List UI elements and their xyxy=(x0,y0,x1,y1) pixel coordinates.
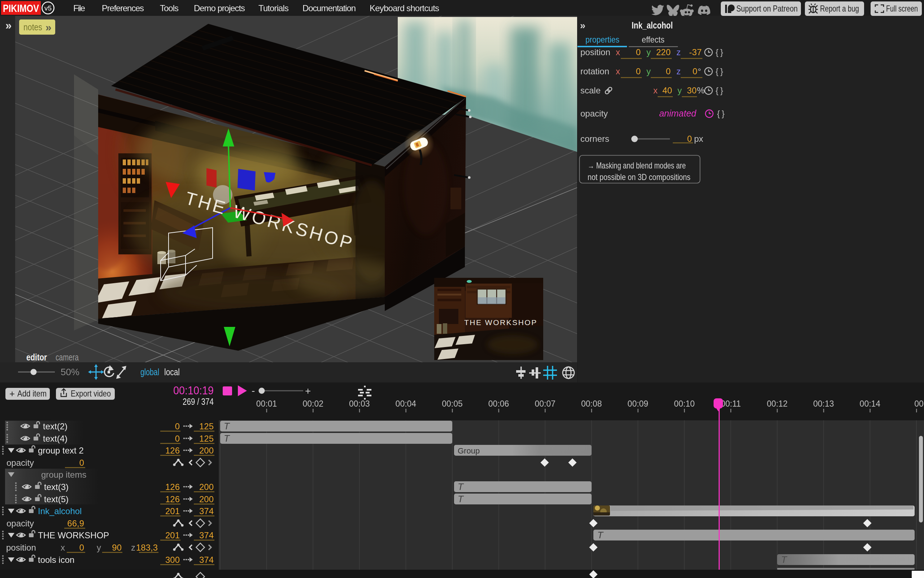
svg-text:00: 00 xyxy=(914,399,924,408)
svg-text:rotation: rotation xyxy=(581,67,609,76)
svg-text:y: y xyxy=(646,47,651,57)
svg-text:properties: properties xyxy=(586,35,619,44)
svg-text:+: + xyxy=(305,385,311,396)
svg-text:T: T xyxy=(781,554,787,565)
svg-text:°: ° xyxy=(698,67,701,76)
svg-text:00:10: 00:10 xyxy=(674,399,695,408)
svg-text:text(3): text(3) xyxy=(44,482,68,492)
svg-text:T: T xyxy=(224,433,230,444)
svg-text:00:02: 00:02 xyxy=(303,399,324,408)
svg-text:00:12: 00:12 xyxy=(767,399,787,408)
svg-text:50%: 50% xyxy=(61,367,80,377)
svg-text:-37: -37 xyxy=(689,47,702,57)
svg-text:tools icon: tools icon xyxy=(38,555,74,565)
svg-text:scale: scale xyxy=(581,86,600,95)
svg-text:z: z xyxy=(131,543,135,552)
svg-text:90: 90 xyxy=(112,543,122,552)
svg-text:00:13: 00:13 xyxy=(813,399,834,408)
svg-text:notes: notes xyxy=(23,22,42,32)
svg-text:text(2): text(2) xyxy=(43,421,67,431)
svg-text:»: » xyxy=(46,21,52,33)
svg-text:0: 0 xyxy=(80,543,84,552)
svg-text:{ }: { } xyxy=(717,109,725,119)
svg-text:Report a bug: Report a bug xyxy=(820,3,859,13)
svg-text:»: » xyxy=(5,19,11,32)
svg-text:201: 201 xyxy=(165,506,180,516)
svg-text:global: global xyxy=(140,367,159,377)
svg-text:200: 200 xyxy=(199,482,214,492)
svg-text:Add item: Add item xyxy=(17,388,47,398)
svg-text:Ink_alcohol: Ink_alcohol xyxy=(38,506,81,516)
svg-text:00:14: 00:14 xyxy=(860,399,881,408)
svg-text:00:06: 00:06 xyxy=(488,399,509,408)
svg-text:corners: corners xyxy=(581,134,609,144)
svg-text:00:11: 00:11 xyxy=(721,399,741,408)
svg-text:0: 0 xyxy=(666,67,670,76)
svg-text:T: T xyxy=(597,530,604,541)
svg-text:position: position xyxy=(6,543,36,552)
svg-text:x: x xyxy=(653,86,658,95)
svg-text:Tools: Tools xyxy=(160,3,179,13)
svg-text:374: 374 xyxy=(199,506,214,516)
svg-text:T: T xyxy=(224,421,230,432)
svg-text:{ }: { } xyxy=(716,67,723,76)
svg-text:-: - xyxy=(252,385,255,396)
svg-text:group text 2: group text 2 xyxy=(38,446,84,455)
svg-text:x: x xyxy=(616,67,620,76)
svg-text:0: 0 xyxy=(175,434,180,443)
svg-text:0: 0 xyxy=(175,421,180,431)
svg-text:Preferences: Preferences xyxy=(102,3,144,13)
svg-text:Full screen: Full screen xyxy=(886,3,918,13)
svg-text:00:05: 00:05 xyxy=(442,399,463,408)
svg-text:125: 125 xyxy=(199,434,214,443)
svg-text:220: 220 xyxy=(656,47,670,57)
svg-text:Documentation: Documentation xyxy=(303,3,356,13)
svg-text:group items: group items xyxy=(41,470,86,479)
svg-text:effects: effects xyxy=(642,35,664,44)
svg-text:camera: camera xyxy=(55,352,79,362)
svg-text:text(5): text(5) xyxy=(44,494,68,504)
svg-text:Demo projects: Demo projects xyxy=(194,3,245,13)
svg-text:300: 300 xyxy=(165,555,180,565)
svg-text:00:07: 00:07 xyxy=(535,399,555,408)
svg-text:0: 0 xyxy=(636,67,641,76)
svg-text:editor: editor xyxy=(26,352,47,362)
svg-text:T: T xyxy=(458,481,464,492)
svg-text:Keyboard shortcuts: Keyboard shortcuts xyxy=(369,3,439,13)
svg-text:Ink_alcohol: Ink_alcohol xyxy=(632,20,673,30)
svg-text:»: » xyxy=(580,20,586,31)
svg-text:not possible on 3D composition: not possible on 3D compositions xyxy=(587,172,690,182)
svg-text:y: y xyxy=(646,67,651,76)
svg-text:Support on Patreon: Support on Patreon xyxy=(736,3,798,13)
svg-text:z: z xyxy=(677,67,681,76)
svg-text:183,3: 183,3 xyxy=(136,543,158,552)
svg-text:z: z xyxy=(677,47,681,57)
svg-text:text(4): text(4) xyxy=(43,434,67,443)
svg-text:00:01: 00:01 xyxy=(256,399,277,408)
svg-text:269 / 374: 269 / 374 xyxy=(183,396,214,407)
svg-text:%: % xyxy=(697,86,704,95)
svg-text:+: + xyxy=(10,388,15,399)
svg-text:00:08: 00:08 xyxy=(581,399,602,408)
svg-text:local: local xyxy=(164,367,180,377)
svg-text:y: y xyxy=(677,86,682,95)
svg-text:201: 201 xyxy=(165,530,180,540)
svg-text:position: position xyxy=(581,47,610,57)
svg-text:00:10:19: 00:10:19 xyxy=(173,384,214,397)
svg-text:126: 126 xyxy=(165,494,180,504)
svg-text:200: 200 xyxy=(199,494,214,504)
svg-text:{ }: { } xyxy=(716,47,723,57)
svg-text:v5: v5 xyxy=(44,4,52,12)
svg-text:00:09: 00:09 xyxy=(628,399,649,408)
svg-text:T: T xyxy=(458,494,464,504)
svg-text:THE WORKSHOP: THE WORKSHOP xyxy=(38,530,109,540)
svg-text:0: 0 xyxy=(80,458,84,468)
svg-text:125: 125 xyxy=(199,421,214,431)
svg-text:File: File xyxy=(73,3,85,13)
svg-text:30: 30 xyxy=(687,86,696,95)
svg-text:374: 374 xyxy=(199,555,214,565)
svg-text:Tutorials: Tutorials xyxy=(259,3,289,13)
svg-text:0: 0 xyxy=(636,47,641,57)
svg-text:0: 0 xyxy=(693,67,697,76)
svg-text:126: 126 xyxy=(165,482,180,492)
